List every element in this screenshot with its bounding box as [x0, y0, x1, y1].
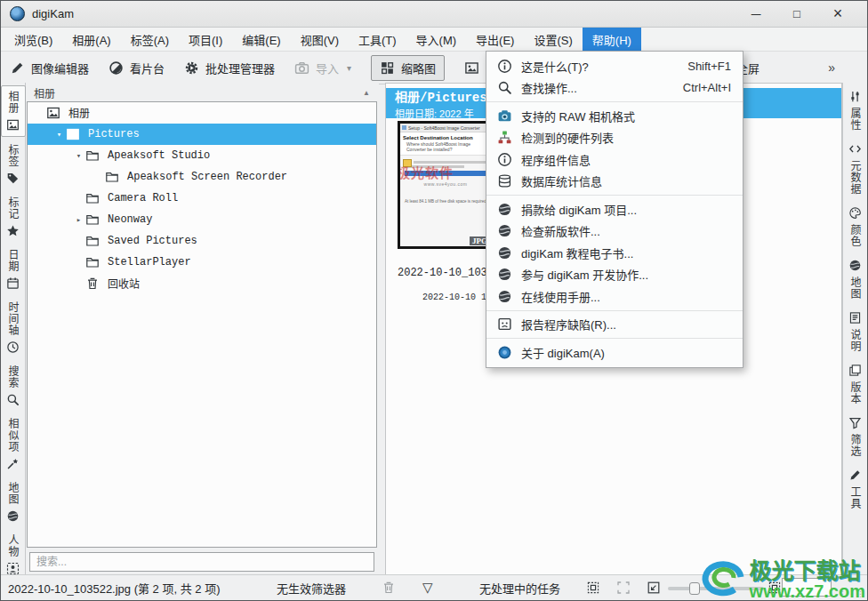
help-menu-item[interactable]: 检查新版软件... — [486, 220, 743, 243]
expander-icon[interactable]: ▾ — [72, 151, 85, 161]
sidebar-tab-people[interactable]: 人物 — [2, 530, 25, 580]
maximize-button[interactable]: □ — [776, 1, 817, 27]
digikam-logo-icon — [10, 6, 25, 21]
zoom-fit-window-button[interactable] — [616, 575, 631, 600]
photo-item[interactable]: Setup - Soft4Boost Image Converter Selec… — [398, 121, 497, 302]
tree-item[interactable]: 相册 — [28, 102, 376, 124]
colors-icon — [848, 206, 862, 220]
help-menu-item[interactable]: 报告程序缺陷(R)... — [486, 314, 743, 336]
toolbar-button-image-editor[interactable]: 图像编辑器 — [10, 60, 89, 76]
collapse-panel-icon[interactable]: ▲ — [363, 89, 370, 97]
sidebar-tab-labels[interactable]: 标记 — [2, 192, 25, 242]
title-bar: digiKam ─ □ × — [1, 1, 867, 28]
albums-panel: 相册 ▲ 相册▾Pictures▾Apeaksoft StudioApeakso… — [26, 83, 379, 575]
zoom-slider[interactable] — [668, 587, 764, 590]
right-tab-colors-label: 颜色 — [848, 224, 863, 247]
tree-item-label: 回收站 — [108, 276, 140, 292]
photo-thumbnail[interactable]: Setup - Soft4Boost Image Converter Selec… — [398, 121, 494, 249]
tree-item[interactable]: Apeaksoft Screen Recorder — [28, 166, 376, 188]
toolbar-button-thumbnails[interactable]: 缩略图 — [371, 55, 445, 81]
resize-grip[interactable]: ⋮⋮⋮ — [839, 589, 865, 598]
tree-item[interactable]: ▸Neonway — [28, 209, 376, 230]
help-menu-item[interactable]: 这是什么(T)?Shift+F1 — [486, 55, 743, 77]
zoom-percent-box[interactable] — [782, 578, 832, 597]
toolbar-overflow-chevron[interactable]: » — [828, 60, 835, 75]
filter-funnel-icon[interactable]: ▽ — [422, 575, 433, 600]
menubar-item[interactable]: 浏览(B) — [4, 28, 62, 51]
right-tab-captions[interactable]: 说明 — [844, 307, 867, 357]
sidebar-tab-labels-label: 标记 — [5, 196, 20, 220]
trash-icon[interactable] — [382, 575, 396, 600]
menubar-item[interactable]: 相册(A) — [62, 28, 120, 51]
tree-item[interactable]: ▾Pictures — [28, 124, 376, 145]
menubar-item[interactable]: 工具(T) — [349, 28, 406, 51]
right-tab-filters[interactable]: 筛选 — [844, 412, 867, 461]
thumbnails-icon — [380, 60, 395, 76]
help-menu-item[interactable]: 参与 digiKam 开发协作... — [486, 264, 743, 286]
zoom-select-icon[interactable] — [768, 575, 782, 600]
zoom-100-button[interactable] — [647, 575, 661, 600]
toolbar-button-batch-queue[interactable]: 批处理管理器 — [184, 60, 275, 76]
filters-icon — [848, 416, 862, 429]
tree-item-label: Apeaksoft Studio — [108, 149, 210, 162]
chevron-down-icon[interactable]: ▾ — [347, 63, 351, 73]
right-tab-metadata[interactable]: 元数据 — [844, 138, 867, 199]
close-button[interactable]: × — [817, 1, 858, 27]
right-tab-properties[interactable]: 属性 — [844, 85, 867, 135]
panel-splitter[interactable] — [379, 83, 385, 575]
sidebar-tab-similarity[interactable]: 相似项 — [2, 413, 25, 475]
hardware-list-icon — [497, 130, 512, 145]
tree-item[interactable]: ▾Apeaksoft Studio — [28, 145, 376, 166]
sidebar-tab-search[interactable]: 搜索 — [2, 361, 25, 411]
right-tab-versions[interactable]: 版本 — [844, 359, 867, 409]
help-menu-item-label: 这是什么(T)? — [521, 58, 679, 75]
tree-item-label: Apeaksoft Screen Recorder — [127, 171, 287, 183]
menubar-item[interactable]: 设置(S) — [524, 28, 582, 51]
tree-item[interactable]: 回收站 — [28, 273, 376, 294]
sidebar-tab-map[interactable]: 地图 — [2, 477, 25, 527]
help-menu-item[interactable]: digiKam 教程电子书... — [486, 242, 743, 264]
labels-icon — [6, 224, 20, 237]
menubar-item[interactable]: 视图(V) — [291, 28, 349, 51]
help-menu-item[interactable]: 支持的 RAW 相机格式 — [486, 105, 743, 127]
expander-icon[interactable]: ▸ — [72, 215, 85, 225]
help-menu-item[interactable]: 捐款给 digiKam 项目... — [486, 198, 743, 220]
task-status: 无处理中的任务 — [479, 575, 560, 600]
menubar-item-help[interactable]: 帮助(H) — [583, 28, 641, 51]
tree-item[interactable]: Camera Roll — [28, 188, 376, 209]
left-sidebar-tabs: 相册标签标记日期时间轴搜索相似项地图人物 — [1, 83, 26, 575]
sidebar-tab-tags[interactable]: 标签 — [2, 140, 25, 189]
expander-icon[interactable]: ▾ — [52, 130, 66, 140]
help-menu-item[interactable]: 检测到的硬件列表 — [486, 127, 743, 149]
album-search-input[interactable] — [35, 555, 369, 569]
help-menu-item-label: digiKam 教程电子书... — [521, 244, 731, 261]
menubar-item[interactable]: 项目(I) — [179, 28, 232, 51]
help-menu-item[interactable]: 在线使用手册... — [486, 285, 743, 308]
help-menu-item[interactable]: 程序组件信息 — [486, 148, 743, 171]
menubar-item[interactable]: 导入(M) — [406, 28, 467, 51]
menubar-item[interactable]: 导出(E) — [466, 28, 524, 51]
help-menu-item[interactable]: 关于 digiKam(A) — [486, 341, 743, 364]
toolbar-button-import-camera[interactable]: 导入▾ — [294, 60, 351, 76]
zoom-fit-select-button[interactable] — [586, 575, 600, 600]
sidebar-tab-albums[interactable]: 相册 — [1, 85, 26, 137]
sidebar-tab-timeline[interactable]: 时间轴 — [2, 297, 25, 358]
right-tab-colors[interactable]: 颜色 — [844, 202, 867, 252]
raw-camera-icon — [497, 108, 512, 124]
zoom-slider-handle[interactable] — [689, 582, 700, 595]
menubar-item[interactable]: 标签(A) — [121, 28, 179, 51]
sidebar-tab-dates[interactable]: 日期 — [2, 244, 25, 294]
minimize-button[interactable]: ─ — [735, 1, 776, 27]
right-tab-map[interactable]: 地图 — [844, 254, 867, 304]
toolbar-button-light-table[interactable]: 看片台 — [108, 60, 165, 76]
search-icon — [497, 80, 512, 95]
menubar-item[interactable]: 编辑(E) — [232, 28, 290, 51]
right-tab-tools[interactable]: 工具 — [844, 464, 867, 514]
help-menu-item[interactable]: 数据库统计信息 — [486, 171, 743, 193]
albums-icon — [6, 118, 20, 132]
tree-item[interactable]: StellarPlayer — [28, 252, 376, 273]
help-menu-item[interactable]: 查找操作...Ctrl+Alt+I — [486, 77, 743, 100]
tree-item[interactable]: Saved Pictures — [28, 230, 376, 252]
menu-bar: 浏览(B)相册(A)标签(A)项目(I)编辑(E)视图(V)工具(T)导入(M)… — [1, 28, 867, 52]
sidebar-tab-tags-label: 标签 — [5, 144, 20, 167]
